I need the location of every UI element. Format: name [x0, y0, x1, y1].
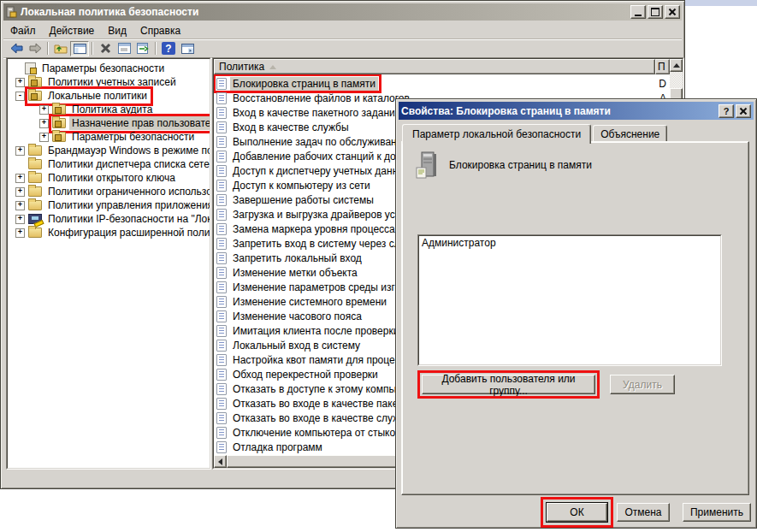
policy-row-label[interactable]: Изменение метки объекта	[230, 266, 360, 280]
tree-item-label[interactable]: Конфигурация расширенной политики	[45, 226, 210, 239]
policy-row-label[interactable]: Запретить локальный вход	[230, 251, 364, 265]
policy-row-label[interactable]: Загрузка и выгрузка драйверов устр	[230, 208, 408, 222]
policy-row-label[interactable]: Добавление рабочих станций к доме	[230, 150, 411, 163]
expand-toggle-icon[interactable]: +	[39, 105, 49, 115]
forward-icon	[29, 43, 42, 54]
expand-toggle-icon[interactable]: +	[39, 133, 49, 142]
members-listbox[interactable]: Администратор	[417, 234, 722, 366]
tree-item-label[interactable]: Политики учетных записей	[45, 75, 179, 89]
scroll-left-button[interactable]	[214, 455, 227, 468]
help-button[interactable]	[159, 41, 178, 56]
policy-row-label[interactable]: Изменение системного времени	[230, 295, 389, 309]
policy-row-label[interactable]: Локальный вход в систему	[230, 339, 363, 352]
tree-item[interactable]: + Политики управления приложениями	[8, 198, 210, 212]
export-folder-button[interactable]	[51, 41, 70, 56]
delete-button[interactable]	[96, 41, 115, 56]
tree-item-label[interactable]: Политики IP-безопасности на "Локальн	[45, 212, 210, 226]
policy-row-label[interactable]: Обход перекрестной проверки	[230, 368, 381, 381]
menu-item[interactable]: Справка	[133, 23, 187, 38]
tree-item-label[interactable]: Параметры безопасности	[69, 130, 197, 144]
export-list-button[interactable]	[133, 41, 152, 56]
expand-toggle-icon[interactable]: +	[15, 174, 25, 183]
tree-item[interactable]: + Политика аудита	[8, 103, 210, 116]
apply-button[interactable]: Применить	[683, 503, 751, 522]
column-header-parameter[interactable]: П	[655, 59, 670, 74]
expand-toggle-icon[interactable]: +	[15, 215, 25, 224]
maximize-button[interactable]	[648, 5, 663, 19]
expand-toggle-icon[interactable]: +	[39, 119, 49, 128]
tree-item[interactable]: Параметры безопасности	[8, 62, 210, 75]
policy-row-label[interactable]: Замена маркера уровня процесса	[230, 222, 398, 236]
menu-item[interactable]: Действие	[43, 23, 102, 38]
tree-item[interactable]: + Политики IP-безопасности на "Локальн	[8, 212, 210, 226]
dialog-titlebar[interactable]: Свойства: Блокировка страниц в памяти	[399, 102, 754, 120]
scroll-up-button[interactable]	[670, 59, 683, 72]
policy-row-label[interactable]: Восстановление файлов и каталогов	[230, 92, 412, 105]
dialog-help-button[interactable]	[719, 104, 734, 118]
tree-item-label[interactable]: Параметры безопасности	[39, 62, 167, 75]
tab-explanation[interactable]: Объяснение	[593, 125, 667, 142]
policy-row-label[interactable]: Имитация клиента после проверки по	[230, 324, 416, 338]
policy-row-label[interactable]: Доступ к компьютеру из сети	[230, 179, 373, 192]
minimize-button[interactable]	[630, 5, 646, 19]
tree-item-label[interactable]: Назначение прав пользователя	[69, 116, 210, 130]
policy-row-label[interactable]: Вход в качестве службы	[230, 121, 352, 134]
tree-item[interactable]: + Конфигурация расширенной политики	[8, 226, 210, 239]
policy-row-label[interactable]: Выполнение задач по обслуживанию	[230, 135, 412, 149]
member-item[interactable]: Администратор	[419, 236, 720, 250]
policy-row-label[interactable]: Завершение работы системы	[230, 193, 376, 207]
show-panel-button[interactable]	[178, 41, 197, 56]
policy-row-label[interactable]: Запретить вход в систему через слу	[230, 237, 408, 251]
policy-row-label[interactable]: Отключение компьютера от стыково	[230, 426, 409, 440]
dialog-close-button[interactable]	[736, 104, 751, 118]
tree-item[interactable]: + Политики ограниченного использовани	[8, 185, 210, 198]
policy-row-label[interactable]: Доступ к диспетчеру учетных данны	[230, 164, 408, 178]
expand-toggle-icon[interactable]: +	[15, 228, 25, 238]
tree-item-label[interactable]: Брандмауэр Windows в режиме повыше	[45, 144, 210, 157]
expand-toggle-icon[interactable]: +	[15, 187, 25, 197]
policy-row-label[interactable]: Отладка программ	[230, 440, 325, 454]
tree-item[interactable]: + Назначение прав пользователя	[8, 116, 210, 130]
policy-row-label[interactable]: Блокировка страниц в памяти	[230, 77, 378, 91]
policy-row-label[interactable]: Отказать во входе в качестве пакет	[230, 397, 405, 411]
tree-item-label[interactable]: Политики ограниченного использовани	[45, 185, 210, 198]
expand-toggle-icon[interactable]: +	[15, 146, 25, 156]
tree-item[interactable]: + Политики учетных записей	[8, 75, 210, 89]
policy-row-label[interactable]: Настройка квот памяти для процесса	[230, 353, 413, 367]
policy-row-label[interactable]: Отказать в доступе к этому компьют	[230, 382, 409, 396]
remove-button[interactable]: Удалить	[610, 375, 675, 394]
policy-row-label[interactable]: Изменение часового пояса	[230, 310, 364, 323]
ok-button[interactable]: ОК	[547, 503, 607, 522]
menu-item[interactable]: Вид	[101, 23, 133, 38]
expand-toggle-icon[interactable]: -	[15, 92, 25, 101]
main-titlebar[interactable]: Локальная политика безопасности	[3, 3, 682, 21]
policy-row-label[interactable]: Изменение параметров среды изгото	[230, 281, 413, 294]
policy-row[interactable]: Блокировка страниц в памяти D	[214, 76, 670, 91]
back-button[interactable]	[7, 41, 26, 56]
add-user-or-group-button[interactable]: Добавить пользователя или группу...	[422, 375, 595, 394]
expand-toggle-icon[interactable]: +	[15, 78, 25, 87]
tree-item[interactable]: + Брандмауэр Windows в режиме повыше	[8, 144, 210, 157]
policy-row-label[interactable]: Вход в качестве пакетного задания	[230, 106, 403, 120]
tree-item-label[interactable]: Политики диспетчера списка сетей	[45, 157, 210, 171]
tree-item-label[interactable]: Политика аудита	[69, 103, 155, 116]
column-header-policy[interactable]: Политика	[214, 59, 655, 74]
tree-item-label[interactable]: Политики открытого ключа	[45, 171, 178, 185]
tree-item[interactable]: - Локальные политики	[8, 89, 210, 103]
tree-item-icon	[28, 77, 42, 87]
policy-row-label[interactable]: Отказать во входе в качестве служб	[230, 411, 408, 425]
tree-item-label[interactable]: Политики управления приложениями	[45, 198, 210, 212]
tree-item[interactable]: + Параметры безопасности	[8, 130, 210, 144]
tree-item[interactable]: + Политики открытого ключа	[8, 171, 210, 185]
properties-button[interactable]	[115, 41, 133, 56]
close-button[interactable]	[665, 5, 680, 19]
tree-item[interactable]: Политики диспетчера списка сетей	[8, 157, 210, 171]
show-console-tree-button[interactable]	[70, 41, 89, 56]
policy-doc-icon	[216, 107, 227, 119]
cancel-button[interactable]: Отмена	[617, 503, 670, 522]
forward-button[interactable]	[26, 41, 44, 56]
menu-item[interactable]: Файл	[3, 23, 43, 38]
tree-item-label[interactable]: Локальные политики	[45, 89, 150, 103]
expand-toggle-icon[interactable]: +	[15, 201, 25, 210]
tab-local-security-setting[interactable]: Параметр локальной безопасности	[402, 124, 591, 144]
